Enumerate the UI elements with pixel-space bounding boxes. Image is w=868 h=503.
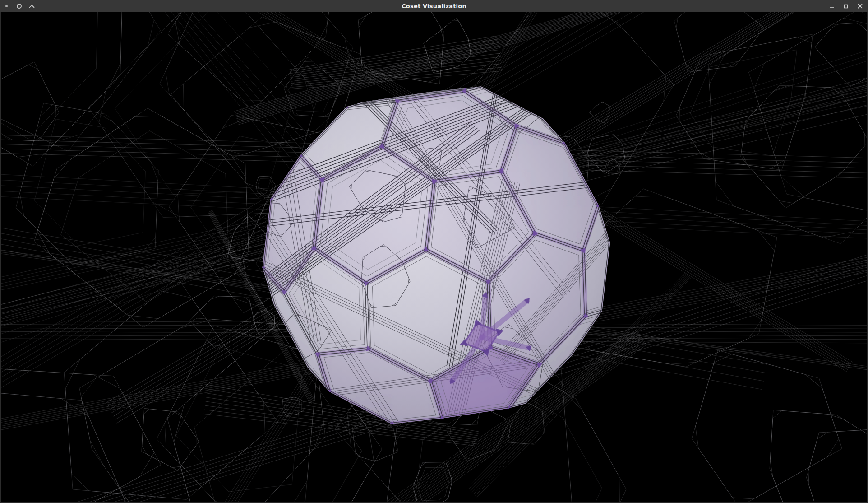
minimize-icon <box>829 4 835 9</box>
chevron-up-icon[interactable] <box>28 3 35 9</box>
maximize-button[interactable] <box>840 1 851 11</box>
dot-icon <box>3 3 9 9</box>
maximize-icon <box>843 4 849 9</box>
window-controls <box>826 0 865 12</box>
app-window: Coset Visualization <box>0 0 868 503</box>
titlebar[interactable]: Coset Visualization <box>0 0 868 12</box>
viewport <box>1 12 867 502</box>
window-title: Coset Visualization <box>402 3 466 9</box>
coset-3d-canvas[interactable] <box>1 12 867 502</box>
record-circle-icon[interactable] <box>16 3 22 9</box>
close-icon <box>857 3 863 9</box>
titlebar-left-icons <box>3 0 35 12</box>
close-button[interactable] <box>854 1 865 11</box>
minimize-button[interactable] <box>826 1 837 11</box>
